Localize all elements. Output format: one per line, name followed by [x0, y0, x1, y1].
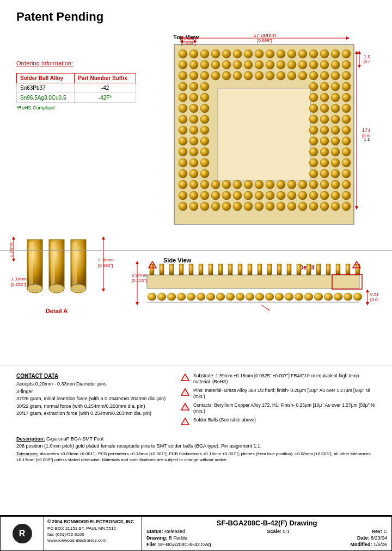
svg-point-137: [266, 191, 274, 200]
ordering-table: Solder Ball Alloy Part Number Suffix Sn6…: [16, 73, 136, 103]
rohs-note: *RoHS Compliant: [16, 105, 147, 111]
svg-point-83: [331, 126, 340, 134]
status-label-text: Status:: [146, 529, 163, 534]
svg-marker-195: [12, 236, 15, 240]
col-alloy-header: Solder Ball Alloy: [17, 74, 75, 83]
tolerances-label: Tolerances:: [16, 451, 39, 456]
svg-point-23: [233, 60, 242, 69]
svg-point-52: [200, 82, 209, 91]
svg-point-22: [222, 60, 231, 69]
svg-point-247: [314, 293, 323, 301]
svg-point-111: [331, 169, 340, 178]
svg-point-21: [211, 60, 220, 69]
svg-point-151: [244, 202, 253, 211]
svg-point-238: [226, 293, 235, 301]
scale-label-text: Scale:: [267, 529, 281, 534]
svg-rect-222: [287, 264, 291, 275]
file-value: SF-BGA208C-B-42 Dwg: [158, 542, 211, 547]
svg-point-246: [304, 293, 313, 301]
svg-rect-183: [29, 242, 33, 286]
svg-point-143: [331, 191, 340, 200]
svg-point-112: [342, 169, 351, 178]
footer-meta-row-1: Status: Released Scale: 5:1 Rev: C: [146, 529, 387, 534]
svg-point-43: [277, 71, 285, 80]
svg-point-110: [320, 169, 329, 178]
svg-point-243: [275, 293, 284, 301]
svg-point-30: [309, 60, 318, 69]
svg-point-106: [179, 169, 187, 178]
svg-text:Detail A: Detail A: [46, 308, 68, 314]
modified-value: 1/6/06: [373, 542, 387, 547]
contact-line-3: 37/28 gram, Initial insertion force (wit…: [16, 395, 169, 403]
svg-text:1.00mm typ.: 1.00mm typ.: [364, 137, 370, 142]
svg-marker-172: [358, 65, 361, 68]
svg-marker-200: [102, 289, 105, 292]
triangle-warning-icon-2: !: [180, 388, 191, 396]
date-info: Date: 8/23/04: [357, 535, 387, 541]
svg-point-126: [320, 180, 329, 189]
footer-company-cell: © 2004 RONWOOD ELECTRONICS, INC PO BOX 2…: [44, 517, 142, 550]
company-web: www.ronwood-electronics.com: [47, 537, 138, 543]
svg-point-48: [331, 71, 340, 80]
svg-point-51: [189, 82, 198, 91]
svg-point-44: [287, 71, 296, 80]
svg-point-19: [189, 60, 198, 69]
svg-point-156: [298, 202, 307, 211]
svg-text:1.33mm: 1.33mm: [9, 241, 14, 257]
svg-point-121: [266, 180, 274, 189]
description-section: Description: Giga-snaP BGA SMT Foot 208 …: [16, 436, 376, 463]
svg-text:[0.020"]: [0.020"]: [370, 297, 378, 302]
svg-point-245: [295, 293, 303, 301]
side-view-diagram: Detail A 2.87mm: [131, 261, 378, 338]
svg-line-268: [261, 305, 270, 310]
svg-point-144: [342, 191, 351, 200]
modified-label: Modified:: [350, 542, 372, 547]
status-label: Status: Released: [146, 529, 185, 534]
patent-title: Patent Pending: [16, 10, 103, 24]
svg-point-145: [179, 202, 187, 211]
svg-marker-171: [358, 51, 361, 54]
svg-point-94: [200, 148, 209, 156]
svg-point-132: [211, 191, 220, 200]
contact-text: Accepts 0.20mm - 0.33mm Diameter pins 3-…: [16, 381, 169, 418]
footer-meta-row-3: File: SF-BGA208C-B-42 Dwg Modified: 1/6/…: [146, 542, 387, 547]
suffix-cell-1: -42: [75, 83, 136, 93]
svg-point-74: [309, 115, 318, 124]
svg-text:2.36mm: 2.36mm: [98, 258, 114, 262]
logo-letter: R: [19, 529, 26, 538]
svg-point-108: [200, 169, 209, 178]
note-row-4: ! Solder Balls (See table above): [180, 417, 376, 426]
svg-point-130: [189, 191, 198, 200]
svg-point-158: [320, 202, 329, 211]
note-row-3: ! Contacts: Beryllium Copper Alloy 172, …: [180, 402, 376, 415]
note-row-1: ! Substrate: 1.59mm ±0.18mm [0.0625" ±0.…: [180, 373, 376, 385]
svg-point-59: [200, 93, 209, 102]
description-text: Description: Giga-snaP BGA SMT Foot: [16, 436, 376, 443]
svg-point-80: [200, 126, 209, 134]
svg-point-73: [200, 115, 209, 124]
svg-point-46: [309, 71, 318, 80]
scale-label: Scale: 5:1: [267, 529, 290, 534]
svg-rect-207: [147, 275, 359, 289]
svg-text:!: !: [356, 264, 357, 267]
svg-point-136: [255, 191, 264, 200]
svg-point-153: [266, 202, 274, 211]
note-text-2: Pins: material- Brass Alloy 360 1/2 hard…: [193, 388, 376, 400]
svg-point-234: [187, 293, 195, 301]
svg-text:1.33mm: 1.33mm: [11, 277, 27, 281]
svg-point-117: [222, 180, 231, 189]
svg-marker-255: [136, 302, 139, 305]
svg-point-4: [200, 50, 209, 58]
svg-point-184: [27, 284, 42, 293]
svg-point-233: [177, 293, 186, 301]
svg-point-109: [309, 169, 318, 178]
svg-point-232: [167, 293, 176, 301]
ordering-title: Ordering Information:: [16, 60, 147, 66]
svg-text:1.00mm: 1.00mm: [364, 54, 370, 59]
svg-rect-228: [346, 264, 350, 275]
description-label: Description:: [16, 436, 45, 442]
svg-point-31: [320, 60, 329, 69]
svg-point-116: [211, 180, 220, 189]
svg-text:0.51mm: 0.51mm: [370, 292, 378, 297]
svg-point-69: [331, 104, 340, 113]
